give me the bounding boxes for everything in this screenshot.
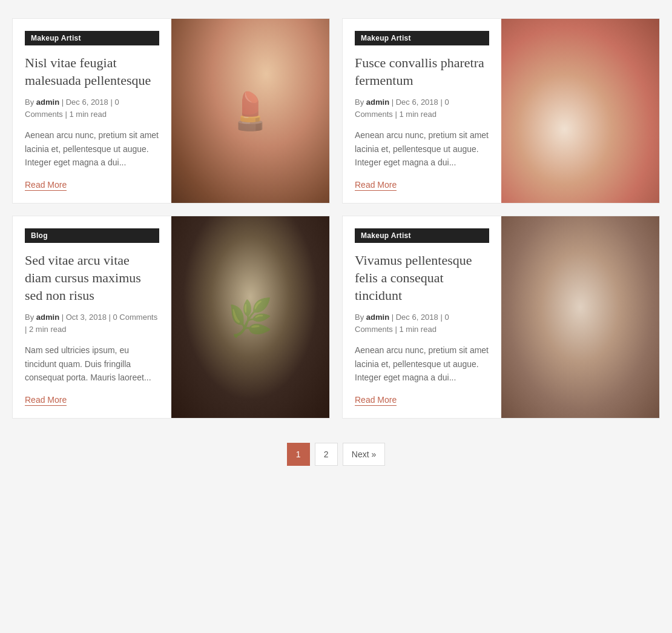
post-image-1 [171, 19, 330, 203]
category-badge-1: Makeup Artist [25, 31, 159, 45]
post-content-2: Makeup Artist Fusce convallis pharetra f… [343, 19, 501, 203]
post-title-1: Nisl vitae feugiat malesuada pellentesqu… [25, 55, 159, 89]
pagination: 1 2 Next » [12, 443, 660, 466]
post-title-2: Fusce convallis pharetra fermentum [355, 55, 489, 89]
category-badge-4: Makeup Artist [355, 228, 489, 243]
post-card-3: Blog Sed vitae arcu vitae diam cursus ma… [12, 216, 330, 419]
post-content-1: Makeup Artist Nisl vitae feugiat malesua… [13, 19, 171, 203]
post-meta-2: By admin | Dec 6, 2018 | 0 Comments | 1 … [355, 96, 489, 120]
post-content-3: Blog Sed vitae arcu vitae diam cursus ma… [13, 216, 171, 418]
post-meta-4: By admin | Dec 6, 2018 | 0 Comments | 1 … [355, 311, 489, 335]
read-more-4[interactable]: Read More [355, 395, 397, 406]
main-container: Makeup Artist Nisl vitae feugiat malesua… [0, 0, 672, 490]
post-meta-1: By admin | Dec 6, 2018 | 0 Comments | 1 … [25, 96, 159, 120]
post-card-1: Makeup Artist Nisl vitae feugiat malesua… [12, 18, 330, 204]
post-excerpt-3: Nam sed ultricies ipsum, eu tincidunt qu… [25, 343, 159, 384]
post-image-4 [501, 216, 660, 418]
post-meta-3: By admin | Oct 3, 2018 | 0 Comments | 2 … [25, 311, 159, 335]
read-more-1[interactable]: Read More [25, 180, 67, 191]
category-badge-3: Blog [25, 228, 159, 243]
page-next-btn[interactable]: Next » [343, 443, 385, 466]
post-card-2: Makeup Artist Fusce convallis pharetra f… [342, 18, 660, 204]
read-more-3[interactable]: Read More [25, 395, 67, 406]
post-title-3: Sed vitae arcu vitae diam cursus maximus… [25, 252, 159, 304]
post-author-3: admin [36, 313, 59, 322]
read-more-2[interactable]: Read More [355, 180, 397, 191]
post-image-2 [501, 19, 660, 203]
posts-grid: Makeup Artist Nisl vitae feugiat malesua… [12, 18, 660, 419]
post-image-3 [171, 216, 330, 418]
post-author-2: admin [366, 98, 389, 107]
page-btn-2[interactable]: 2 [315, 443, 338, 466]
post-excerpt-4: Aenean arcu nunc, pretium sit amet lacin… [355, 343, 489, 384]
post-excerpt-2: Aenean arcu nunc, pretium sit amet lacin… [355, 128, 489, 169]
page-btn-1[interactable]: 1 [287, 443, 310, 466]
post-author-4: admin [366, 313, 389, 322]
post-title-4: Vivamus pellentesque felis a consequat t… [355, 252, 489, 304]
category-badge-2: Makeup Artist [355, 31, 489, 45]
post-content-4: Makeup Artist Vivamus pellentesque felis… [343, 216, 501, 418]
post-card-4: Makeup Artist Vivamus pellentesque felis… [342, 216, 660, 419]
post-author-1: admin [36, 98, 59, 107]
post-excerpt-1: Aenean arcu nunc, pretium sit amet lacin… [25, 128, 159, 169]
